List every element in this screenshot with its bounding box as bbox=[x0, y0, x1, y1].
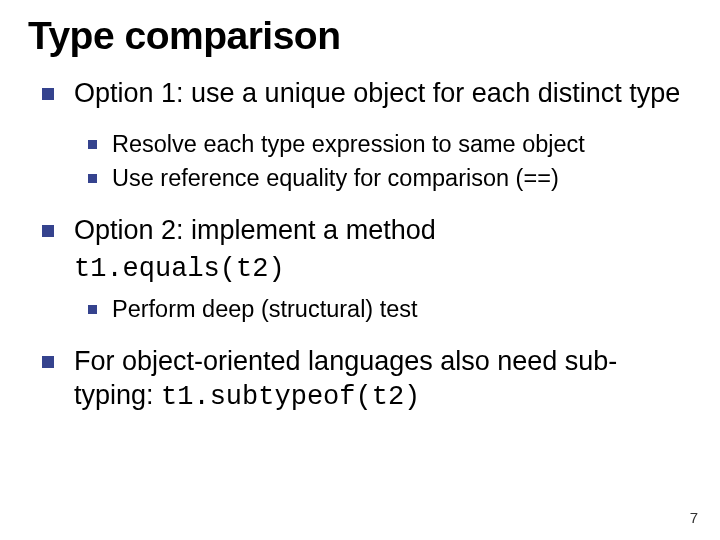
square-bullet-icon bbox=[88, 140, 97, 149]
level2-item: Use reference equality for comparison (=… bbox=[28, 163, 692, 195]
square-bullet-icon bbox=[88, 305, 97, 314]
page-number: 7 bbox=[690, 509, 698, 526]
slide: Type comparison Option 1: use a unique o… bbox=[0, 0, 720, 540]
list-item: Option 2: implement a method t1.equals(t… bbox=[28, 213, 692, 326]
level1-item: Option 2: implement a method bbox=[28, 213, 692, 248]
item-text: Option 1: use a unique object for each d… bbox=[74, 78, 680, 108]
code-text: t1.subtypeof(t2) bbox=[161, 382, 420, 412]
square-bullet-icon bbox=[88, 174, 97, 183]
level2-item: Resolve each type expression to same obj… bbox=[28, 129, 692, 161]
item-text: Resolve each type expression to same obj… bbox=[112, 131, 585, 157]
level1-code-line: t1.equals(t2) bbox=[28, 250, 692, 287]
level1-item: Option 1: use a unique object for each d… bbox=[28, 76, 692, 111]
square-bullet-icon bbox=[42, 356, 54, 368]
level1-item: For object-oriented languages also need … bbox=[28, 344, 692, 415]
code-text: t1.equals(t2) bbox=[74, 254, 285, 284]
bullet-list: Option 1: use a unique object for each d… bbox=[28, 76, 692, 415]
square-bullet-icon bbox=[42, 225, 54, 237]
item-text: Use reference equality for comparison (=… bbox=[112, 165, 559, 191]
slide-title: Type comparison bbox=[28, 14, 692, 58]
item-text: Perform deep (structural) test bbox=[112, 296, 418, 322]
list-item: Option 1: use a unique object for each d… bbox=[28, 76, 692, 195]
square-bullet-icon bbox=[42, 88, 54, 100]
list-item: For object-oriented languages also need … bbox=[28, 344, 692, 415]
item-text: Option 2: implement a method bbox=[74, 215, 436, 245]
level2-item: Perform deep (structural) test bbox=[28, 294, 692, 326]
